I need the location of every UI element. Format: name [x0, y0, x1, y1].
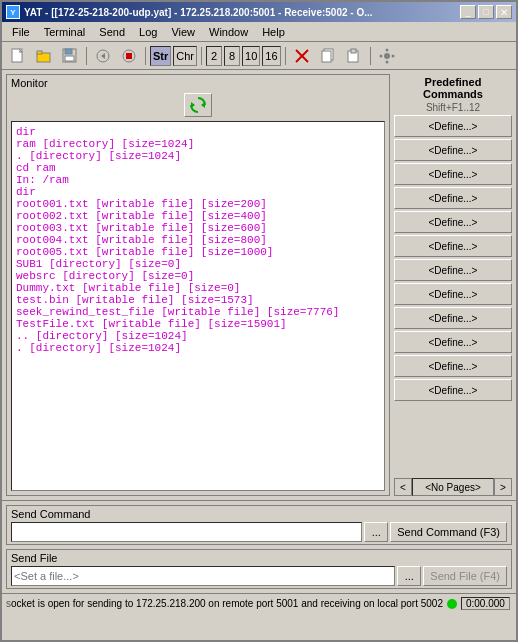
title-text: YAT - [[172-25-218-200-udp.yat] - 172.25… — [24, 7, 373, 18]
svg-rect-4 — [65, 49, 72, 54]
menu-help[interactable]: Help — [256, 24, 291, 40]
monitor-line: root005.txt [writable file] [size=1000] — [16, 246, 380, 258]
status-main-text: ocket is open for sending to 172.25.218.… — [11, 598, 443, 609]
nav-next-button[interactable]: > — [494, 478, 512, 496]
monitor-line: root003.txt [writable file] [size=600] — [16, 222, 380, 234]
separator-3 — [201, 47, 202, 65]
settings-button[interactable] — [375, 45, 399, 67]
save-button[interactable] — [58, 45, 82, 67]
svg-marker-21 — [201, 102, 205, 108]
stop-button[interactable] — [117, 45, 141, 67]
svg-rect-2 — [37, 51, 42, 54]
separator-5 — [370, 47, 371, 65]
monitor-line: dir — [16, 126, 380, 138]
num-16[interactable]: 16 — [262, 46, 280, 66]
send-file-input[interactable] — [11, 566, 395, 586]
paste-button[interactable] — [342, 45, 366, 67]
maximize-button[interactable]: □ — [478, 5, 494, 19]
predef-button-2[interactable]: <Define...> — [394, 139, 512, 161]
predef-button-12[interactable]: <Define...> — [394, 379, 512, 401]
send-command-button[interactable]: Send Command (F3) — [390, 522, 507, 542]
svg-rect-13 — [322, 51, 331, 62]
clear-button[interactable] — [290, 45, 314, 67]
svg-rect-15 — [351, 49, 356, 53]
menu-terminal[interactable]: Terminal — [38, 24, 92, 40]
send-file-dots-button[interactable]: ... — [397, 566, 421, 586]
predef-button-7[interactable]: <Define...> — [394, 259, 512, 281]
monitor-line: .. [directory] [size=1024] — [16, 330, 380, 342]
monitor-content[interactable]: dirram [directory] [size=1024]. [directo… — [11, 121, 385, 491]
predef-button-9[interactable]: <Define...> — [394, 307, 512, 329]
predef-button-10[interactable]: <Define...> — [394, 331, 512, 353]
monitor-line: In: /ram — [16, 174, 380, 186]
status-bar: socket is open for sending to 172.25.218… — [2, 593, 516, 613]
monitor-label: Monitor — [7, 75, 389, 91]
menu-send[interactable]: Send — [93, 24, 131, 40]
main-area: Monitor dirram [directory] [size=1024]. … — [2, 70, 516, 500]
predef-button-8[interactable]: <Define...> — [394, 283, 512, 305]
separator-2 — [145, 47, 146, 65]
menu-view[interactable]: View — [165, 24, 201, 40]
nav-prev-button[interactable]: < — [394, 478, 412, 496]
send-file-button[interactable]: Send File (F4) — [423, 566, 507, 586]
app-icon: Y — [6, 5, 20, 19]
svg-rect-9 — [126, 53, 132, 59]
new-button[interactable] — [6, 45, 30, 67]
menu-file[interactable]: File — [6, 24, 36, 40]
status-time: 0:00.000 — [461, 597, 510, 610]
predef-sublabel: Shift+F1..12 — [394, 102, 512, 113]
refresh-button[interactable] — [184, 93, 212, 117]
status-indicator — [447, 599, 457, 609]
send-command-dots-button[interactable]: ... — [364, 522, 388, 542]
menu-log[interactable]: Log — [133, 24, 163, 40]
nav-pages-label: <No Pages> — [412, 478, 494, 496]
monitor-line: test.bin [writable file] [size=1573] — [16, 294, 380, 306]
predef-button-4[interactable]: <Define...> — [394, 187, 512, 209]
separator-4 — [285, 47, 286, 65]
num-8[interactable]: 8 — [224, 46, 240, 66]
title-bar: Y YAT - [[172-25-218-200-udp.yat] - 172.… — [2, 2, 516, 22]
predef-nav: < <No Pages> > — [394, 474, 512, 496]
monitor-panel: Monitor dirram [directory] [size=1024]. … — [6, 74, 390, 496]
back-button[interactable] — [91, 45, 115, 67]
predef-button-11[interactable]: <Define...> — [394, 355, 512, 377]
monitor-line: TestFile.txt [writable file] [size=15901… — [16, 318, 380, 330]
svg-point-17 — [385, 48, 388, 51]
open-button[interactable] — [32, 45, 56, 67]
predef-button-5[interactable]: <Define...> — [394, 211, 512, 233]
send-file-label: Send File — [11, 552, 507, 564]
monitor-line: root001.txt [writable file] [size=200] — [16, 198, 380, 210]
svg-point-19 — [379, 54, 382, 57]
send-file-section: Send File ... Send File (F4) — [6, 549, 512, 589]
predef-buttons-container: <Define...><Define...><Define...><Define… — [394, 115, 512, 403]
send-command-label: Send Command — [11, 508, 507, 520]
send-command-input[interactable] — [11, 522, 362, 542]
close-button[interactable]: ✕ — [496, 5, 512, 19]
num-10[interactable]: 10 — [242, 46, 260, 66]
toolbar: Str Chr 2 8 10 16 — [2, 42, 516, 70]
menu-window[interactable]: Window — [203, 24, 254, 40]
monitor-line: SUB1 [directory] [size=0] — [16, 258, 380, 270]
bottom-area: Send Command ... Send Command (F3) Send … — [2, 500, 516, 589]
chr-toggle[interactable]: Chr — [173, 46, 197, 66]
status-text: socket is open for sending to 172.25.218… — [6, 598, 443, 609]
svg-point-18 — [385, 60, 388, 63]
svg-marker-22 — [191, 102, 195, 108]
menu-bar: File Terminal Send Log View Window Help — [2, 22, 516, 42]
monitor-toolbar — [7, 91, 389, 119]
monitor-line: websrc [directory] [size=0] — [16, 270, 380, 282]
predef-button-3[interactable]: <Define...> — [394, 163, 512, 185]
predef-label: Predefined Commands — [394, 74, 512, 102]
minimize-button[interactable]: _ — [460, 5, 476, 19]
str-toggle[interactable]: Str — [150, 46, 171, 66]
predef-button-6[interactable]: <Define...> — [394, 235, 512, 257]
monitor-line: seek_rewind_test_file [writable file] [s… — [16, 306, 380, 318]
send-command-row: ... Send Command (F3) — [11, 522, 507, 542]
copy-button[interactable] — [316, 45, 340, 67]
send-file-row: ... Send File (F4) — [11, 566, 507, 586]
num-2[interactable]: 2 — [206, 46, 222, 66]
svg-rect-5 — [65, 56, 74, 61]
predef-button-1[interactable]: <Define...> — [394, 115, 512, 137]
monitor-line: cd ram — [16, 162, 380, 174]
monitor-line: Dummy.txt [writable file] [size=0] — [16, 282, 380, 294]
